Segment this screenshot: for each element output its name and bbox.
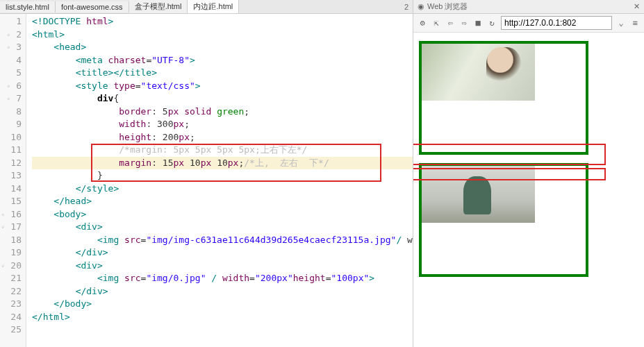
line-number: 10 (0, 131, 22, 144)
back-icon[interactable]: ⇦ (445, 18, 455, 28)
line-number: 4 (0, 54, 22, 67)
img-src-2: "img/0.jpg" (146, 273, 206, 283)
browser-toolbar: ⚙ ⇱ ⇦ ⇨ ■ ↻ ⌄ ≡ (413, 14, 644, 33)
menu-icon[interactable]: ≡ (630, 18, 640, 28)
tab-label: 盒子模型.html (135, 1, 182, 12)
brace-close: } (97, 170, 103, 180)
css-prop-margin: margin (119, 158, 151, 168)
browser-pane: ◉ Web 浏览器 ✕ ⚙ ⇱ ⇦ ⇨ ■ ↻ ⌄ ≡ (413, 0, 644, 347)
tab-label: list.style.html (6, 3, 49, 11)
line-number: 16 (0, 208, 22, 221)
img-src-1: "img/img-c631ae11c644d39d265e4caecf23115… (146, 235, 396, 245)
css-prop-border: border (119, 106, 151, 117)
url-input[interactable] (501, 16, 612, 30)
line-number: 19 (0, 246, 22, 260)
line-number: 18 (0, 234, 22, 247)
color-green: green (217, 106, 244, 117)
unit: px (174, 119, 185, 129)
globe-icon: ◉ (418, 2, 424, 11)
line-number: 21 (0, 272, 22, 285)
rendered-div-2 (419, 163, 588, 277)
line-number: 11 (0, 144, 22, 157)
tab-font-awesome[interactable]: font-awesome.css (56, 1, 129, 12)
tab-label: 内边距.html (193, 1, 233, 12)
brace: { (113, 93, 119, 103)
css-comment: /*margin: 5px 5px 5px 5px;上右下左*/ (119, 144, 307, 155)
rendered-div-1 (419, 41, 588, 155)
css-selector: div (97, 93, 113, 103)
line-number: 23 (0, 298, 22, 311)
num: 300 (157, 119, 173, 129)
width-val: "200px" (255, 273, 293, 283)
kw: solid (184, 106, 211, 117)
line-number: 22 (0, 285, 22, 298)
editor-tabs: list.style.html font-awesome.css 盒子模型.ht… (0, 0, 413, 14)
num: 10 (190, 158, 201, 168)
num: 10 (217, 158, 228, 168)
css-comment: /*上, 左右 下*/ (244, 158, 329, 168)
unit: px (174, 158, 185, 168)
line-number: 9 (0, 118, 22, 131)
line-number: 6 (0, 80, 22, 93)
line-number: 8 (0, 105, 22, 119)
tab-padding[interactable]: 内边距.html (188, 0, 239, 13)
line-number: 15 (0, 195, 22, 208)
line-number: 13 (0, 169, 22, 183)
code-area: 1 2 3 4 5 6 7 8 9 10 11 12 13 14 15 16 1… (0, 14, 413, 347)
close-icon[interactable]: ✕ (634, 2, 640, 11)
line-number: 7 (0, 92, 22, 105)
line-number: 1 (0, 15, 22, 28)
tab-box-model[interactable]: 盒子模型.html (129, 0, 188, 13)
line-number: 25 (0, 323, 22, 337)
unit: px (201, 158, 212, 168)
browser-title-text: Web 浏览器 (427, 1, 468, 12)
rendered-image-1 (422, 44, 535, 101)
browser-title-bar: ◉ Web 浏览器 ✕ (413, 0, 644, 14)
rendered-image-2 (422, 166, 535, 223)
tab-list-style[interactable]: list.style.html (0, 1, 56, 12)
slash: / (211, 273, 217, 283)
url-dropdown-icon[interactable]: ⌄ (616, 18, 626, 28)
tab-pager[interactable]: 2 (400, 3, 413, 11)
browser-viewport (413, 33, 644, 347)
stop-icon[interactable]: ■ (473, 18, 483, 28)
line-number: 12 (0, 157, 22, 170)
truncated: w (402, 235, 413, 245)
unit: px (179, 132, 190, 142)
line-number: 17 (0, 221, 22, 234)
line-number: 20 (0, 260, 22, 273)
line-number: 3 (0, 41, 22, 54)
style-type-value: "text/css" (141, 81, 195, 91)
line-number: 14 (0, 183, 22, 196)
num: 5 (163, 106, 168, 117)
num: 200 (163, 132, 179, 142)
code-content[interactable]: <!DOCTYPE html> <html> <head> <meta char… (26, 14, 413, 347)
unit: px (228, 158, 239, 168)
line-number: 2 (0, 28, 22, 42)
external-icon[interactable]: ⇱ (431, 18, 441, 28)
forward-icon[interactable]: ⇨ (459, 18, 469, 28)
tab-label: font-awesome.css (61, 3, 123, 11)
gear-icon[interactable]: ⚙ (418, 18, 427, 28)
editor-pane: list.style.html font-awesome.css 盒子模型.ht… (0, 0, 413, 347)
css-prop-height: height (119, 132, 151, 142)
unit: px (168, 106, 179, 117)
line-number: 24 (0, 311, 22, 324)
reload-icon[interactable]: ↻ (487, 18, 497, 28)
num: 15 (163, 158, 174, 168)
line-number-gutter: 1 2 3 4 5 6 7 8 9 10 11 12 13 14 15 16 1… (0, 14, 26, 347)
line-number: 5 (0, 67, 22, 80)
height-val: "100px" (331, 273, 370, 283)
charset-value: "UTF-8" (151, 55, 190, 65)
css-prop-width: width (119, 119, 146, 129)
